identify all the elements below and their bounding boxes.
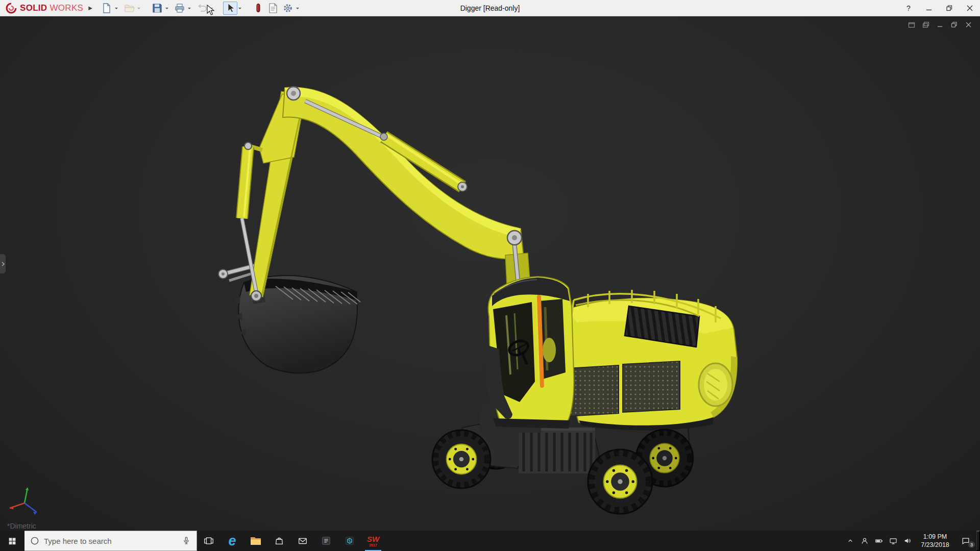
show-desktop-button[interactable] xyxy=(976,531,980,551)
action-center-button[interactable]: 3 xyxy=(956,531,975,551)
side-grille-left xyxy=(568,365,619,416)
minimize-button[interactable] xyxy=(919,0,939,16)
dropdown-caret[interactable] xyxy=(188,8,191,11)
dropdown-caret[interactable] xyxy=(165,8,168,11)
excavator-3d-model[interactable] xyxy=(0,16,980,531)
red-capsule-tool-button[interactable] xyxy=(251,2,265,15)
system-tray: 1:09 PM 7/23/2018 3 xyxy=(844,531,980,551)
task-view-button[interactable] xyxy=(197,531,220,551)
solidworks-app-icon: SW 2017 xyxy=(367,535,379,547)
dropdown-caret[interactable] xyxy=(210,8,213,11)
doc-close-button[interactable] xyxy=(964,21,973,29)
battery-tray-button[interactable] xyxy=(872,531,886,551)
solidworks-app-button[interactable]: SW 2017 xyxy=(361,531,385,551)
undo-button[interactable] xyxy=(195,2,209,15)
ethernet-icon xyxy=(889,536,898,545)
people-tray-button[interactable] xyxy=(858,531,871,551)
solidworks-logo[interactable]: SOLIDWORKS xyxy=(0,3,83,14)
orientation-triad xyxy=(3,482,47,522)
taskbar-clock[interactable]: 1:09 PM 7/23/2018 xyxy=(915,531,955,551)
battery-icon xyxy=(874,536,884,545)
file-explorer-button[interactable] xyxy=(244,531,267,551)
taskbar-search-input[interactable] xyxy=(44,537,177,545)
edge-icon: e xyxy=(228,534,236,548)
excavator-cab[interactable] xyxy=(485,277,574,429)
titlebar: SOLIDWORKS ▶ xyxy=(0,0,980,16)
doc-cascade-button[interactable] xyxy=(921,21,930,29)
clock-time: 1:09 PM xyxy=(921,533,949,541)
excavator-boom[interactable] xyxy=(283,87,531,296)
wheel-rear-near[interactable] xyxy=(588,449,652,514)
network-tray-button[interactable] xyxy=(887,531,900,551)
standard-toolbar xyxy=(100,2,303,15)
windows-logo-icon xyxy=(8,536,17,545)
dropdown-caret[interactable] xyxy=(238,8,241,11)
feature-panel-collapsed-tab[interactable] xyxy=(0,254,6,273)
file-properties-icon xyxy=(267,3,279,14)
toolbar-flyout-arrow[interactable]: ▶ xyxy=(88,5,92,11)
help-button[interactable]: ? xyxy=(898,0,919,16)
print-icon xyxy=(174,3,185,14)
speaker-icon xyxy=(903,536,912,545)
dropdown-caret[interactable] xyxy=(137,8,140,11)
composer-app-button[interactable] xyxy=(338,531,361,551)
graphics-area[interactable]: *Dimetric xyxy=(0,16,980,531)
store-button[interactable] xyxy=(267,531,291,551)
start-button[interactable] xyxy=(0,531,24,551)
excavator-arm[interactable] xyxy=(218,87,531,373)
doc-minimize-button[interactable] xyxy=(936,21,944,29)
dropdown-caret[interactable] xyxy=(296,8,299,11)
wheel-front-near[interactable] xyxy=(432,430,491,488)
chevron-right-icon xyxy=(2,262,5,266)
open-document-button[interactable] xyxy=(122,2,136,15)
select-tool-button[interactable] xyxy=(223,2,237,15)
notification-badge: 3 xyxy=(968,541,975,548)
volume-tray-button[interactable] xyxy=(901,531,914,551)
maximize-button[interactable] xyxy=(939,0,960,16)
open-folder-icon xyxy=(124,3,135,14)
window-title: Digger [Read-only] xyxy=(460,4,520,12)
save-button[interactable] xyxy=(150,2,164,15)
mail-envelope-icon xyxy=(297,535,308,546)
brand-text-works: WORKS xyxy=(50,3,83,13)
edge-button[interactable]: e xyxy=(220,531,244,551)
dropdown-caret[interactable] xyxy=(115,8,118,11)
mail-button[interactable] xyxy=(291,531,314,551)
options-button[interactable] xyxy=(281,2,295,15)
save-floppy-icon xyxy=(152,3,163,14)
doc-cascade-icon xyxy=(922,21,929,28)
taskbar-search[interactable] xyxy=(24,531,197,551)
task-view-icon xyxy=(203,535,214,546)
file-properties-button[interactable] xyxy=(266,2,280,15)
dassault-3ds-icon xyxy=(5,3,17,14)
print-button[interactable] xyxy=(173,2,187,15)
gear-icon xyxy=(282,3,293,14)
undo-arrow-icon xyxy=(197,3,208,14)
cortana-circle-icon xyxy=(30,536,40,546)
doc-restore-button[interactable] xyxy=(950,21,959,29)
close-icon xyxy=(967,5,973,11)
notes-app-button[interactable] xyxy=(314,531,338,551)
view-orientation-label: *Dimetric xyxy=(7,522,36,530)
cab-seat xyxy=(543,338,556,362)
doc-restore-icon xyxy=(951,21,958,28)
doc-window-icon xyxy=(908,21,915,28)
select-cursor-icon xyxy=(225,3,236,14)
notes-app-icon xyxy=(321,535,332,546)
store-bag-icon xyxy=(274,535,285,546)
tray-expand-button[interactable] xyxy=(844,531,857,551)
side-grille-right xyxy=(623,361,680,412)
taskbar: e SW 2017 xyxy=(0,531,980,551)
doc-minimize-icon xyxy=(937,21,943,28)
microphone-icon[interactable] xyxy=(181,535,191,546)
excavator-dipper-arm[interactable] xyxy=(250,91,306,297)
folder-icon xyxy=(250,535,262,546)
chevron-up-icon xyxy=(846,537,854,545)
new-document-button[interactable] xyxy=(100,2,114,15)
doc-window-button[interactable] xyxy=(907,21,916,29)
close-button[interactable] xyxy=(960,0,980,16)
brand-text-solid: SOLID xyxy=(20,3,47,13)
person-icon xyxy=(860,536,869,545)
restore-icon xyxy=(946,5,952,11)
excavator-body[interactable] xyxy=(568,290,737,431)
